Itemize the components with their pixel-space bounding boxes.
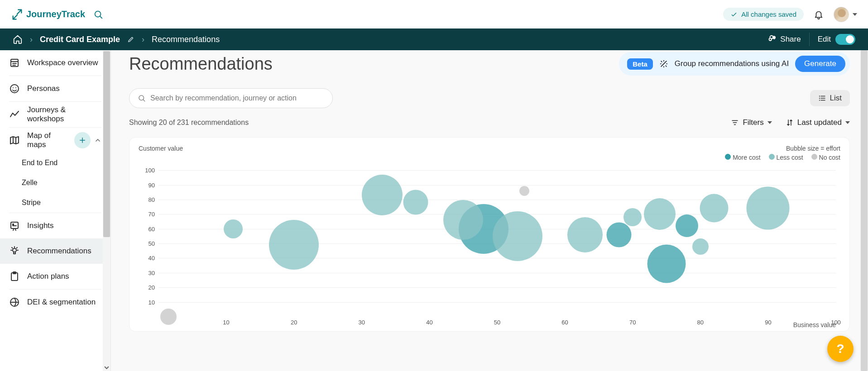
home-icon[interactable] xyxy=(13,34,23,44)
insights-icon xyxy=(9,220,20,231)
x-tick-label: 80 xyxy=(697,319,704,326)
search-icon xyxy=(138,94,146,102)
sidebar: Workspace overview Personas Journeys & w… xyxy=(0,50,111,371)
beta-badge: Beta xyxy=(627,58,653,70)
chevron-down-icon xyxy=(845,121,850,124)
bell-icon[interactable] xyxy=(814,10,824,19)
svg-point-29 xyxy=(819,95,820,96)
svg-point-15 xyxy=(13,248,16,252)
y-tick-label: 100 xyxy=(145,167,155,174)
chart-bubble[interactable] xyxy=(647,245,686,283)
magic-wand-icon xyxy=(659,59,668,68)
chart-bubble[interactable] xyxy=(700,194,728,223)
share-button[interactable]: Share xyxy=(767,34,801,44)
list-view-button[interactable]: List xyxy=(810,90,850,106)
chart-bubble[interactable] xyxy=(519,186,529,196)
main-content: Recommendations Beta Group recommendatio… xyxy=(111,50,868,371)
chart-bubble[interactable] xyxy=(567,217,603,252)
x-tick-label: 90 xyxy=(765,319,771,326)
ai-group-label: Group recommendations using AI xyxy=(675,59,789,68)
edit-toggle[interactable] xyxy=(835,34,855,45)
svg-point-9 xyxy=(15,87,16,88)
sidebar-item-map-of-maps[interactable]: Map of maps xyxy=(0,128,110,153)
sidebar-item-label: Insights xyxy=(27,221,54,230)
search-input[interactable] xyxy=(150,94,324,102)
pencil-icon[interactable] xyxy=(127,36,134,43)
breadcrumb-page: Recommendations xyxy=(152,35,220,44)
chart-bubble[interactable] xyxy=(644,198,676,230)
chart-bubble[interactable] xyxy=(607,222,632,247)
y-tick-label: 10 xyxy=(149,299,155,305)
x-tick-label: 60 xyxy=(561,319,568,326)
sidebar-scrollbar[interactable] xyxy=(103,50,110,371)
x-tick-label: 40 xyxy=(426,319,432,326)
sidebar-item-personas[interactable]: Personas xyxy=(0,76,110,101)
chart-bubble[interactable] xyxy=(362,175,403,215)
avatar xyxy=(834,7,849,22)
y-tick-label: 60 xyxy=(149,225,155,232)
main-scrollbar[interactable] xyxy=(860,50,868,371)
profile-menu[interactable] xyxy=(834,7,857,22)
chart-bubble[interactable] xyxy=(676,214,698,237)
sidebar-item-dei-segmentation[interactable]: DEI & segmentation xyxy=(0,290,110,315)
results-count: Showing 20 of 231 recommendations xyxy=(129,119,249,127)
recommendations-icon xyxy=(9,246,20,257)
sidebar-item-journeys-workshops[interactable]: Journeys & workshops xyxy=(0,102,110,127)
legend-title: Bubble size = effort xyxy=(786,145,840,152)
sidebar-subitem-stripe[interactable]: Stripe xyxy=(0,193,110,213)
sidebar-item-label: End to End xyxy=(22,159,58,167)
vertical-divider xyxy=(809,33,810,46)
sidebar-item-workspace-overview[interactable]: Workspace overview xyxy=(0,50,110,76)
chart-bubble[interactable] xyxy=(443,200,483,240)
sort-icon xyxy=(786,119,794,127)
y-tick-label: 50 xyxy=(149,240,155,247)
chart-bubble[interactable] xyxy=(269,220,319,270)
chart-bubble[interactable] xyxy=(224,219,243,238)
sidebar-subitem-end-to-end[interactable]: End to End xyxy=(0,153,110,173)
sidebar-item-label: Personas xyxy=(27,84,60,93)
svg-line-1 xyxy=(100,16,102,18)
breadcrumb-project[interactable]: Credit Card Example xyxy=(40,35,120,44)
sidebar-subitem-zelle[interactable]: Zelle xyxy=(0,173,110,193)
sidebar-item-label: Map of maps xyxy=(27,131,67,149)
sidebar-item-label: Action plans xyxy=(27,272,69,281)
sidebar-item-recommendations[interactable]: Recommendations xyxy=(0,238,110,264)
sidebar-item-label: Recommendations xyxy=(27,247,91,256)
chart-bubble[interactable] xyxy=(747,187,790,230)
legend-item: More cost xyxy=(725,154,760,161)
scroll-down-icon[interactable] xyxy=(104,365,109,370)
sidebar-item-action-plans[interactable]: Action plans xyxy=(0,264,110,289)
xaxis-label: Business value xyxy=(793,321,836,328)
search-box[interactable] xyxy=(129,88,333,108)
journeys-icon xyxy=(9,109,20,120)
x-tick-label: 70 xyxy=(629,319,636,326)
add-map-button[interactable] xyxy=(74,132,91,148)
chevron-up-icon[interactable] xyxy=(94,137,101,144)
svg-point-30 xyxy=(819,98,820,99)
sidebar-item-label: DEI & segmentation xyxy=(27,298,96,307)
chart-bubble[interactable] xyxy=(623,208,642,226)
search-icon[interactable] xyxy=(93,10,103,19)
yaxis-label: Customer value xyxy=(139,145,183,161)
page-title: Recommendations xyxy=(129,54,273,74)
check-icon xyxy=(730,11,738,18)
y-tick-label: 70 xyxy=(149,211,155,218)
sidebar-item-insights[interactable]: Insights xyxy=(0,213,110,238)
sidebar-item-label: Workspace overview xyxy=(27,58,98,67)
share-icon xyxy=(767,34,777,44)
generate-button[interactable]: Generate xyxy=(795,56,845,72)
svg-point-2 xyxy=(769,38,772,41)
brand-logo[interactable]: JourneyTrack xyxy=(11,8,85,21)
ai-group-pill: Beta Group recommendations using AI Gene… xyxy=(619,52,850,76)
breadcrumb-bar: › Credit Card Example › Recommendations … xyxy=(0,29,868,50)
chart-bubble[interactable] xyxy=(692,238,709,255)
help-fab[interactable]: ? xyxy=(827,336,854,362)
chevron-down-icon xyxy=(853,13,857,16)
sort-button[interactable]: Last updated xyxy=(786,118,850,127)
chart-bubble[interactable] xyxy=(493,211,542,261)
breadcrumb: › Credit Card Example › Recommendations xyxy=(13,34,220,44)
overview-icon xyxy=(9,57,20,68)
svg-line-19 xyxy=(12,247,13,248)
chart-bubble[interactable] xyxy=(403,190,428,215)
filters-button[interactable]: Filters xyxy=(731,118,772,127)
